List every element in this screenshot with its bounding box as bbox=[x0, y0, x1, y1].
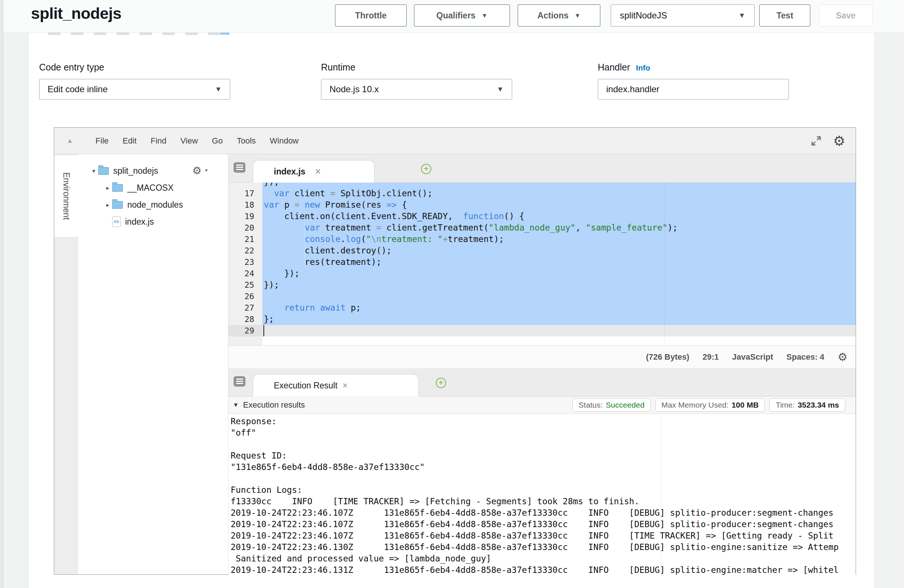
line-number: 28 bbox=[228, 313, 262, 325]
code-token: function bbox=[463, 211, 504, 221]
code-line-text bbox=[262, 291, 856, 302]
test-button[interactable]: Test bbox=[759, 5, 810, 27]
throttle-button[interactable]: Throttle bbox=[335, 5, 407, 27]
badge-label: Max Memory Used: bbox=[662, 401, 729, 409]
tree-item-label: node_modules bbox=[127, 200, 183, 210]
code-line-text: var client = SplitObj.client(); bbox=[262, 188, 856, 199]
chevron-down-icon[interactable]: ▾ bbox=[89, 168, 98, 174]
tab-execution-result[interactable]: Execution Result × bbox=[253, 374, 419, 397]
code-editor-frame: ▲ FileEditFindViewGoToolsWindow ⚙ Enviro… bbox=[54, 127, 856, 575]
code-token: }; bbox=[264, 314, 274, 324]
fullscreen-icon[interactable] bbox=[810, 135, 822, 147]
page-left-gutter bbox=[0, 0, 3, 588]
code-token: log bbox=[346, 234, 361, 244]
code-line-clipped: }); bbox=[228, 183, 856, 188]
code-line-text: }); bbox=[262, 279, 856, 291]
tab-list-icon[interactable] bbox=[234, 376, 245, 387]
folder-icon bbox=[112, 184, 123, 192]
badge-value: 3523.34 ms bbox=[798, 401, 839, 409]
tree-item--macosx[interactable]: ▸__MACOSX bbox=[78, 179, 228, 196]
tree-settings-gear-icon[interactable]: ⚙ bbox=[192, 164, 201, 177]
code-line-text: var treatment = client.getTreatment("lam… bbox=[262, 222, 856, 234]
code-line-text: return await p; bbox=[262, 302, 856, 313]
handler-info-link[interactable]: Info bbox=[636, 63, 650, 72]
statusbar-gear-icon[interactable]: ⚙ bbox=[838, 351, 847, 363]
menu-item-tools[interactable]: Tools bbox=[230, 136, 263, 146]
line-number: 20 bbox=[228, 222, 262, 234]
code-line-23: 23 res(treatment); bbox=[228, 256, 856, 268]
code-line-text: client.on(client.Event.SDK_READY, functi… bbox=[262, 211, 856, 222]
code-line-text: console.log("\ntreatment: "+treatment); bbox=[262, 234, 856, 245]
clipped-section-remnant-accent bbox=[221, 32, 229, 35]
menu-item-find[interactable]: Find bbox=[144, 136, 174, 146]
new-tab-icon[interactable]: + bbox=[421, 164, 431, 174]
tab-list-icon[interactable] bbox=[234, 162, 245, 172]
code-line-clipped-text: }); bbox=[264, 183, 856, 188]
indentation-setting[interactable]: Spaces: 4 bbox=[786, 352, 824, 362]
menu-item-edit[interactable]: Edit bbox=[115, 136, 144, 146]
code-token: p bbox=[279, 200, 295, 210]
line-number: 29 bbox=[228, 325, 262, 337]
folder-icon bbox=[112, 201, 123, 209]
code-token bbox=[264, 303, 284, 313]
code-token: }); bbox=[264, 280, 279, 289]
menu-item-go[interactable]: Go bbox=[205, 136, 229, 146]
code-token: ); bbox=[667, 223, 678, 232]
chevron-right-icon[interactable]: ▸ bbox=[103, 201, 112, 209]
js-file-icon: <> bbox=[112, 217, 121, 227]
menu-item-window[interactable]: Window bbox=[263, 136, 305, 146]
code-editor-area[interactable]: });17 var client = SplitObj.client();18v… bbox=[228, 183, 856, 345]
code-token: var bbox=[305, 223, 320, 232]
badge-value: 100 MB bbox=[732, 401, 759, 409]
code-token: }); bbox=[264, 183, 279, 187]
code-line-text: }); bbox=[262, 183, 856, 188]
language-mode[interactable]: JavaScript bbox=[732, 352, 773, 362]
status-badge: Status:Succeeded bbox=[572, 398, 651, 412]
code-token: await bbox=[320, 303, 345, 313]
code-token bbox=[264, 234, 305, 244]
tree-item-index-js[interactable]: <>index.js bbox=[78, 213, 228, 230]
handler-input[interactable]: index.handler bbox=[598, 79, 789, 100]
line-number: 18 bbox=[228, 199, 262, 211]
chevron-down-icon[interactable]: ▾ bbox=[205, 168, 208, 173]
execution-results-log[interactable]: Response:"off"Request ID:"131e865f-6eb4-… bbox=[228, 414, 856, 575]
code-token: "sample_feature" bbox=[586, 223, 667, 232]
tree-item-split-nodejs[interactable]: ▾split_nodejs⚙▾ bbox=[78, 162, 228, 179]
tree-item-node-modules[interactable]: ▸node_modules bbox=[78, 196, 228, 213]
editor-settings-gear-icon[interactable]: ⚙ bbox=[833, 134, 846, 148]
runtime-label: Runtime bbox=[321, 62, 355, 73]
close-icon[interactable]: × bbox=[343, 381, 348, 390]
chevron-right-icon[interactable]: ▸ bbox=[103, 185, 112, 191]
runtime-select[interactable]: Node.js 10.x▼ bbox=[321, 79, 512, 100]
badge-label: Status: bbox=[578, 401, 602, 409]
collapse-results-icon[interactable]: ▼ bbox=[233, 402, 239, 408]
new-tab-icon[interactable]: + bbox=[436, 378, 446, 388]
code-line-20: 20 var treatment = client.getTreatment("… bbox=[228, 222, 856, 234]
tree-item-label: split_nodejs bbox=[113, 166, 158, 176]
code-token: client.getTreatment( bbox=[381, 223, 489, 232]
code-line-21: 21 console.log("\ntreatment: "+treatment… bbox=[228, 234, 856, 245]
code-line-24: 24 }); bbox=[228, 268, 856, 279]
close-icon[interactable]: × bbox=[315, 167, 321, 177]
menu-item-file[interactable]: File bbox=[89, 136, 115, 146]
menu-item-view[interactable]: View bbox=[174, 136, 205, 146]
code-token: return bbox=[284, 303, 315, 313]
test-event-select[interactable]: splitNodeJS▼ bbox=[611, 5, 755, 27]
handler-label: HandlerInfo bbox=[598, 62, 650, 73]
environment-tab[interactable]: Environment bbox=[54, 155, 78, 237]
collapse-editor-icon[interactable]: ▲ bbox=[67, 137, 73, 145]
code-filler-row bbox=[228, 337, 856, 345]
code-token: p; bbox=[346, 303, 361, 313]
tab-index-js[interactable]: index.js × bbox=[253, 160, 375, 183]
chevron-down-icon: ▼ bbox=[497, 85, 504, 93]
save-button[interactable]: Save bbox=[819, 5, 872, 27]
log-line: f13330cc INFO [TIME TRACKER] => [Fetchin… bbox=[231, 496, 856, 507]
code-token bbox=[264, 223, 305, 232]
code-entry-type-select[interactable]: Edit code inline▼ bbox=[39, 79, 230, 100]
qualifiers-dropdown-button[interactable]: Qualifiers▼ bbox=[414, 5, 510, 27]
line-number: 23 bbox=[228, 256, 262, 268]
cursor-position[interactable]: 29:1 bbox=[703, 352, 719, 362]
line-number: 19 bbox=[228, 211, 262, 222]
actions-dropdown-button[interactable]: Actions▼ bbox=[518, 5, 601, 27]
code-token: res(treatment); bbox=[264, 257, 381, 267]
